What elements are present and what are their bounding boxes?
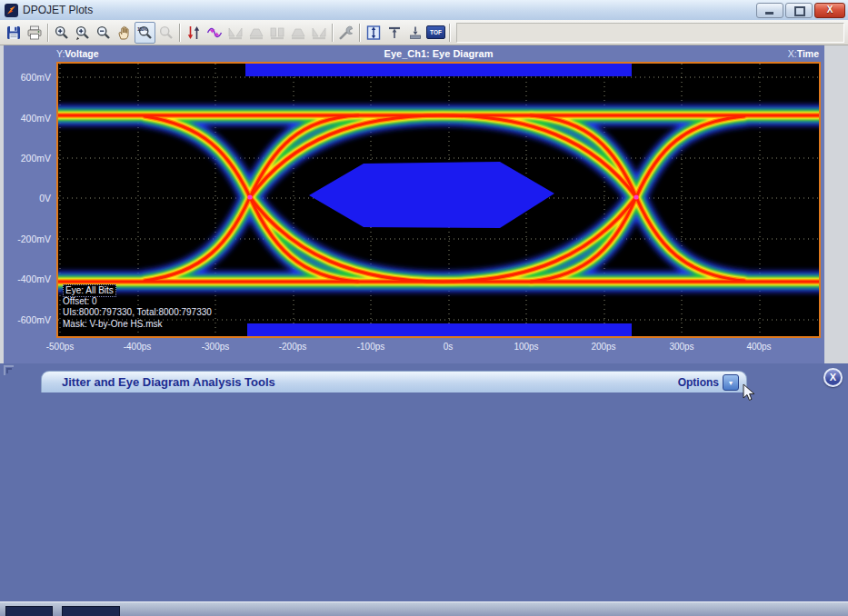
close-button[interactable]: X <box>814 3 845 18</box>
y-tick-label: -600mV <box>4 314 51 325</box>
toolbar-separator <box>179 24 180 42</box>
options-dropdown[interactable]: Options ▼ <box>678 374 739 391</box>
window-titlebar: DPOJET Plots X <box>0 0 848 21</box>
toolbar-zoom-100-button[interactable]: 100% <box>135 22 155 44</box>
toolbar-mask-histogram-5-button <box>308 22 329 44</box>
mask-bottom-region <box>247 323 632 336</box>
toolbar-pan-button[interactable] <box>114 22 135 44</box>
y-tick-label: 200mV <box>4 153 51 164</box>
taskbar-item <box>5 606 53 616</box>
maximize-button[interactable] <box>785 3 813 18</box>
y-tick-label: 600mV <box>4 72 51 83</box>
toolbar-separator <box>47 24 48 42</box>
app-logo-icon <box>5 4 18 17</box>
y-tick-label: -200mV <box>4 233 51 244</box>
x-tick-label: -100ps <box>344 342 398 352</box>
toolbar-top-marker-button[interactable] <box>384 22 404 44</box>
toolbar-zoom-disabled-button <box>155 22 176 44</box>
dpojet-plots-window: DPOJET Plots X 100%TOF Y:Voltage Eye_Ch1… <box>0 0 848 616</box>
plot-annotation: Offset: 0 <box>63 296 97 307</box>
toolbar-vertical-cursors-button[interactable] <box>183 22 204 44</box>
toolbar-empty-area <box>456 23 844 43</box>
x-tick-label: 0s <box>421 342 475 352</box>
toolbar-tof-button[interactable]: TOF <box>425 22 446 44</box>
panel-close-button[interactable]: X <box>823 368 843 387</box>
toolbar-zoom-in-button[interactable] <box>51 22 72 44</box>
panel-resize-grip[interactable] <box>4 365 14 375</box>
x-tick-label: 200ps <box>576 342 631 352</box>
x-tick-label: -200ps <box>265 342 320 352</box>
toolbar-bottom-marker-button[interactable] <box>404 22 425 44</box>
x-tick-label: -400ps <box>110 342 165 352</box>
toolbar-print-button[interactable] <box>24 22 45 44</box>
x-tick-label: -500ps <box>33 342 87 352</box>
toolbar-eye-mask-button[interactable] <box>204 22 224 44</box>
toolbar-separator <box>332 24 333 42</box>
plot-toolbar: 100%TOF <box>0 20 848 45</box>
toolbar-mask-histogram-4-button <box>287 22 308 44</box>
plot-title: Eye_Ch1: Eye Diagram <box>56 48 821 59</box>
toolbar-zoom-out-button[interactable] <box>93 22 114 44</box>
eye-diagram-canvas: Eye: All BitsOffset: 0UIs:8000:797330, T… <box>56 62 821 338</box>
toolbar-vertical-scale-button[interactable] <box>363 22 384 44</box>
plot-annotation: UIs:8000:797330, Total:8000:797330 <box>63 307 212 318</box>
minimize-button[interactable] <box>756 3 783 18</box>
window-title: DPOJET Plots <box>23 4 93 16</box>
y-tick-label: 400mV <box>4 113 51 124</box>
toolbar-mask-histogram-1-button <box>224 22 245 44</box>
toolbar-wrench-button[interactable] <box>335 22 356 44</box>
toolbar-separator <box>359 24 360 42</box>
x-axis-title: X:Time <box>788 48 819 59</box>
panel-titlebar: Jitter and Eye Diagram Analysis Tools Op… <box>41 371 747 392</box>
options-dropdown-arrow-icon[interactable]: ▼ <box>723 374 739 391</box>
panel-title: Jitter and Eye Diagram Analysis Tools <box>42 375 275 389</box>
analysis-panel: Jitter and Eye Diagram Analysis Tools Op… <box>0 363 848 601</box>
plot-annotation: Mask: V-by-One HS.msk <box>63 319 162 330</box>
mask-top-region <box>245 64 632 76</box>
toolbar-zoom-box-button[interactable] <box>72 22 93 44</box>
toolbar-mask-histogram-2-button <box>245 22 266 44</box>
x-tick-label: 100ps <box>499 342 554 352</box>
bottom-strip <box>0 601 848 616</box>
toolbar-save-button[interactable] <box>3 22 24 44</box>
taskbar-item <box>62 606 120 616</box>
y-tick-label: -400mV <box>4 273 51 284</box>
plot-client-area: Y:Voltage Eye_Ch1: Eye Diagram X:Time 60… <box>4 45 824 363</box>
x-tick-label: 400ps <box>732 342 786 352</box>
x-tick-label: 300ps <box>654 342 709 352</box>
plot-region: Y:Voltage Eye_Ch1: Eye Diagram X:Time 60… <box>0 45 848 363</box>
toolbar-separator <box>449 24 450 42</box>
y-tick-label: 0V <box>4 193 51 204</box>
x-tick-label: -300ps <box>188 342 243 352</box>
close-icon: X <box>815 4 844 17</box>
toolbar-mask-histogram-3-button <box>266 22 287 44</box>
